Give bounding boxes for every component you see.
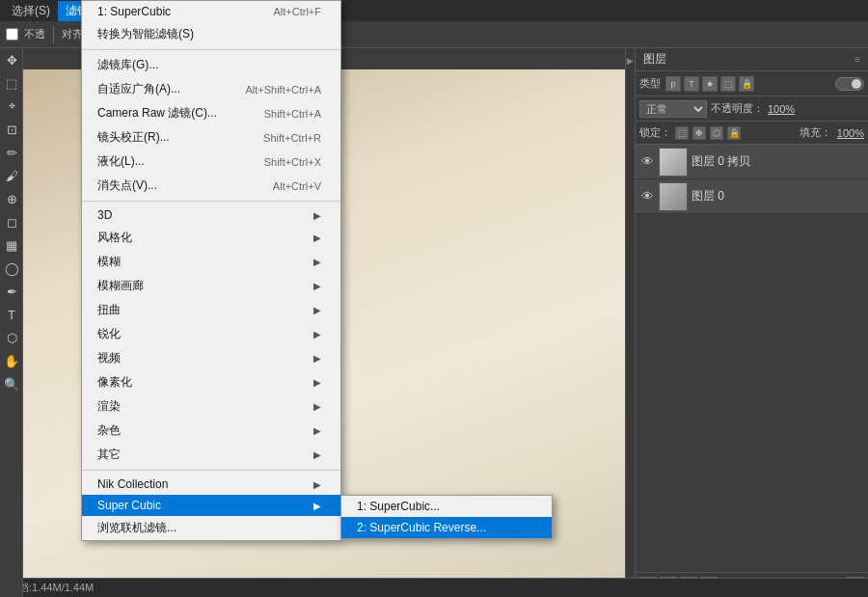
layer-eye-0[interactable]: 👁 bbox=[639, 154, 655, 170]
tool-shape[interactable]: ⬡ bbox=[0, 326, 23, 349]
opacity-value[interactable]: 100% bbox=[768, 103, 795, 115]
layer-row-0[interactable]: 👁 图层 0 拷贝 bbox=[636, 145, 868, 179]
tool-select[interactable]: ⬚ bbox=[0, 71, 23, 95]
menu-arrow-blur-gallery: ▶ bbox=[313, 281, 321, 291]
menu-item-label-adaptive: 自适应广角(A)... bbox=[97, 81, 216, 97]
filter-icon-2[interactable]: T bbox=[684, 76, 699, 92]
lock-icon-2[interactable]: ✥ bbox=[692, 126, 706, 140]
menu-item-other[interactable]: 其它 ▶ bbox=[82, 443, 340, 467]
menu-item-adaptive[interactable]: 自适应广角(A)... Alt+Shift+Ctrl+A bbox=[82, 77, 340, 101]
menu-item-browse[interactable]: 浏览联机滤镜... bbox=[82, 516, 340, 540]
menu-item-vanish[interactable]: 消失点(V)... Alt+Ctrl+V bbox=[82, 174, 340, 198]
menu-item-label-render: 渲染 bbox=[97, 398, 304, 415]
layers-controls: ≡ bbox=[854, 54, 860, 65]
layer-name-0: 图层 0 拷贝 bbox=[692, 153, 864, 170]
menu-item-distort[interactable]: 扭曲 ▶ bbox=[82, 298, 340, 322]
layer-thumb-inner-1 bbox=[660, 183, 687, 210]
filter-dropdown: 1: SuperCubic Alt+Ctrl+F 转换为智能滤镜(S) 滤镜库(… bbox=[81, 0, 341, 541]
menu-item-label-camera: Camera Raw 滤镜(C)... bbox=[97, 105, 235, 122]
tool-clone[interactable]: ⊕ bbox=[0, 187, 23, 210]
menu-item-label-noise: 杂色 bbox=[97, 422, 304, 439]
collapse-icon[interactable]: ▶ bbox=[627, 56, 634, 66]
menu-item-label-convert: 转换为智能滤镜(S) bbox=[97, 26, 321, 42]
tool-hand[interactable]: ✋ bbox=[0, 349, 23, 372]
lock-icon-4[interactable]: 🔒 bbox=[727, 126, 741, 140]
tool-move[interactable]: ✥ bbox=[0, 48, 23, 71]
menu-item-stylize[interactable]: 风格化 ▶ bbox=[82, 226, 340, 250]
menu-shortcut-lens: Shift+Ctrl+R bbox=[263, 132, 321, 144]
menu-item-gallery[interactable]: 滤镜库(G)... bbox=[82, 53, 340, 77]
filter-icon-3[interactable]: ★ bbox=[702, 76, 718, 92]
menu-item-render[interactable]: 渲染 ▶ bbox=[82, 394, 340, 419]
menu-item-label-nik: Nik Collection bbox=[97, 477, 304, 491]
menu-item-label-liquify: 液化(L)... bbox=[97, 153, 235, 170]
filter-icon-1[interactable]: p bbox=[665, 76, 681, 92]
menu-item-label-distort: 扭曲 bbox=[97, 302, 304, 318]
menu-item-supercubic[interactable]: Super Cubic ▶ 1: SuperCubic... 2: SuperC… bbox=[82, 495, 340, 516]
menu-item-noise[interactable]: 杂色 ▶ bbox=[82, 419, 340, 443]
menu-item-liquify[interactable]: 液化(L)... Shift+Ctrl+X bbox=[82, 149, 340, 174]
tool-eraser[interactable]: ◻ bbox=[0, 210, 23, 233]
menu-item-nik[interactable]: Nik Collection ▶ bbox=[82, 474, 340, 495]
layers-mode-row: 正常 不透明度： 100% bbox=[636, 96, 868, 122]
toolbar-checkbox[interactable] bbox=[6, 28, 18, 41]
menu-item-label-video: 视频 bbox=[97, 350, 304, 366]
submenu-item-1[interactable]: 1: SuperCubic... bbox=[341, 496, 552, 517]
menu-item-label: 1: SuperCubic bbox=[97, 5, 244, 18]
tool-brush[interactable]: 🖌 bbox=[0, 164, 23, 187]
menu-arrow-noise: ▶ bbox=[313, 425, 321, 436]
menu-arrow-sharpen: ▶ bbox=[313, 329, 321, 339]
menu-item-lens[interactable]: 镜头校正(R)... Shift+Ctrl+R bbox=[82, 125, 340, 149]
menu-item-label-gallery: 滤镜库(G)... bbox=[97, 57, 321, 73]
menu-sep-2 bbox=[82, 201, 340, 202]
menu-item-camera-raw[interactable]: Camera Raw 滤镜(C)... Shift+Ctrl+A bbox=[82, 101, 340, 125]
menu-item-convert[interactable]: 转换为智能滤镜(S) bbox=[82, 22, 340, 46]
menu-select[interactable]: 选择(S) bbox=[4, 1, 58, 21]
menu-item-video[interactable]: 视频 ▶ bbox=[82, 346, 340, 370]
right-panel: 图层 ≡ 类型 p T ★ ⬚ 🔒 正常 不透明度： 100% 锁 bbox=[635, 48, 868, 597]
menu-shortcut-adaptive: Alt+Shift+Ctrl+A bbox=[245, 84, 321, 95]
tool-pen[interactable]: ✒ bbox=[0, 280, 23, 303]
menu-item-3d[interactable]: 3D ▶ bbox=[82, 204, 340, 226]
filter-icon-4[interactable]: ⬚ bbox=[720, 76, 736, 92]
menu-item-label-other: 其它 bbox=[97, 447, 304, 463]
lock-icon-3[interactable]: ⬡ bbox=[710, 126, 723, 140]
tool-gradient[interactable]: ▦ bbox=[0, 233, 23, 257]
tool-lasso[interactable]: ⌖ bbox=[0, 95, 23, 118]
layers-menu-icon[interactable]: ≡ bbox=[854, 54, 860, 65]
toolbar-sep-1 bbox=[53, 26, 54, 43]
layer-eye-1[interactable]: 👁 bbox=[639, 189, 655, 204]
filter-toggle[interactable] bbox=[835, 77, 864, 91]
fill-value[interactable]: 100% bbox=[837, 127, 864, 139]
menu-item-label-blur: 模糊 bbox=[97, 254, 304, 270]
menu-item-blur[interactable]: 模糊 ▶ bbox=[82, 250, 340, 274]
menu-item-supercubic-shortcut[interactable]: 1: SuperCubic Alt+Ctrl+F bbox=[82, 1, 340, 22]
menu-item-pixelate[interactable]: 像素化 ▶ bbox=[82, 370, 340, 394]
layer-row-1[interactable]: 👁 图层 0 bbox=[636, 179, 868, 214]
tool-eyedropper[interactable]: ✏ bbox=[0, 141, 23, 164]
menu-item-blur-gallery[interactable]: 模糊画廊 ▶ bbox=[82, 274, 340, 298]
tool-dodge[interactable]: ◯ bbox=[0, 257, 23, 280]
layers-mode-select[interactable]: 正常 bbox=[639, 100, 707, 118]
tool-crop[interactable]: ⊡ bbox=[0, 118, 23, 141]
layer-thumb-0 bbox=[659, 148, 688, 176]
menu-item-label-supercubic: Super Cubic bbox=[97, 499, 304, 512]
submenu-item-2[interactable]: 2: SuperCubic Reverse... bbox=[341, 517, 552, 538]
menu-sep-3 bbox=[82, 470, 340, 471]
menu-arrow-other: ▶ bbox=[313, 449, 321, 460]
tool-text[interactable]: T bbox=[0, 303, 23, 326]
side-collapse-btns: ▶ bbox=[625, 48, 635, 597]
layers-title: 图层 bbox=[643, 51, 666, 68]
menu-item-label-3d: 3D bbox=[97, 208, 304, 222]
layers-panel: 图层 ≡ 类型 p T ★ ⬚ 🔒 正常 不透明度： 100% 锁 bbox=[636, 48, 868, 597]
toolbar-label-align: 对齐 bbox=[62, 27, 83, 41]
layer-name-1: 图层 0 bbox=[692, 188, 864, 204]
menu-arrow-pixelate: ▶ bbox=[313, 377, 321, 388]
filter-icon-5[interactable]: 🔒 bbox=[739, 76, 754, 92]
tool-zoom[interactable]: 🔍 bbox=[0, 372, 23, 395]
menu-item-sharpen[interactable]: 锐化 ▶ bbox=[82, 322, 340, 346]
lock-icon-1[interactable]: ⬚ bbox=[675, 126, 689, 140]
menu-arrow-3d: ▶ bbox=[313, 210, 321, 221]
menu-item-label-pixelate: 像素化 bbox=[97, 374, 304, 391]
layer-thumb-inner-0 bbox=[660, 149, 687, 176]
